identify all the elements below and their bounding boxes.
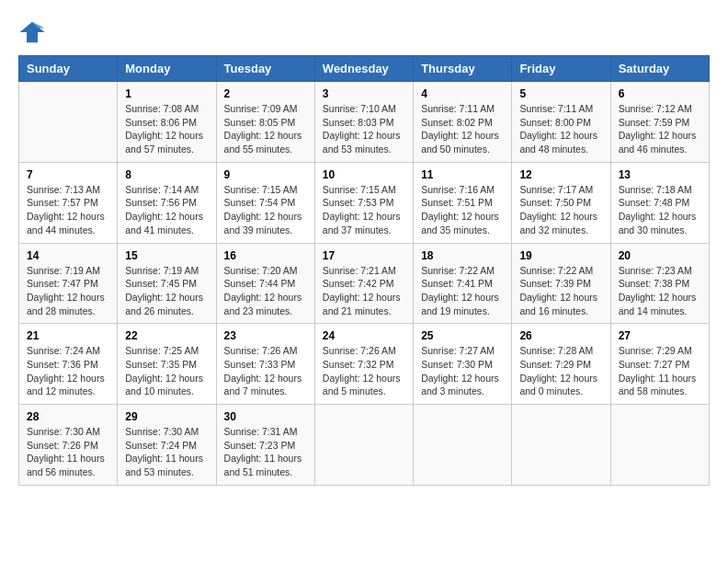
day-info: Sunrise: 7:24 AMSunset: 7:36 PMDaylight:… — [27, 344, 109, 398]
calendar-cell: 19Sunrise: 7:22 AMSunset: 7:39 PMDayligh… — [512, 243, 610, 324]
day-number: 19 — [519, 249, 602, 262]
calendar-cell — [19, 82, 118, 163]
day-info: Sunrise: 7:26 AMSunset: 7:32 PMDaylight:… — [323, 344, 405, 398]
calendar-cell: 17Sunrise: 7:21 AMSunset: 7:42 PMDayligh… — [314, 243, 413, 324]
calendar-table: SundayMondayTuesdayWednesdayThursdayFrid… — [18, 55, 710, 486]
day-info: Sunrise: 7:31 AMSunset: 7:23 PMDaylight:… — [224, 425, 307, 479]
day-info: Sunrise: 7:10 AMSunset: 8:03 PMDaylight:… — [323, 102, 405, 156]
calendar-cell — [414, 405, 512, 486]
calendar-cell: 16Sunrise: 7:20 AMSunset: 7:44 PMDayligh… — [216, 243, 314, 324]
calendar-cell: 14Sunrise: 7:19 AMSunset: 7:47 PMDayligh… — [19, 243, 118, 324]
calendar-cell: 15Sunrise: 7:19 AMSunset: 7:45 PMDayligh… — [118, 243, 216, 324]
day-number: 20 — [619, 249, 701, 262]
calendar-cell: 13Sunrise: 7:18 AMSunset: 7:48 PMDayligh… — [610, 162, 709, 243]
day-info: Sunrise: 7:11 AMSunset: 8:02 PMDaylight:… — [421, 102, 504, 156]
day-number: 7 — [27, 168, 109, 181]
calendar-cell — [512, 405, 610, 486]
svg-marker-0 — [20, 22, 45, 43]
calendar-week-5: 28Sunrise: 7:30 AMSunset: 7:26 PMDayligh… — [19, 405, 710, 486]
day-number: 18 — [421, 249, 504, 262]
day-number: 17 — [323, 249, 405, 262]
day-number: 22 — [125, 329, 208, 342]
calendar-cell: 11Sunrise: 7:16 AMSunset: 7:51 PMDayligh… — [414, 162, 512, 243]
calendar-week-4: 21Sunrise: 7:24 AMSunset: 7:36 PMDayligh… — [19, 324, 710, 405]
calendar-week-3: 14Sunrise: 7:19 AMSunset: 7:47 PMDayligh… — [19, 243, 710, 324]
calendar-cell: 5Sunrise: 7:11 AMSunset: 8:00 PMDaylight… — [512, 82, 610, 163]
day-number: 12 — [519, 168, 602, 181]
day-info: Sunrise: 7:22 AMSunset: 7:39 PMDaylight:… — [519, 264, 602, 318]
calendar-cell: 23Sunrise: 7:26 AMSunset: 7:33 PMDayligh… — [216, 324, 314, 405]
day-info: Sunrise: 7:16 AMSunset: 7:51 PMDaylight:… — [421, 183, 504, 237]
day-info: Sunrise: 7:09 AMSunset: 8:05 PMDaylight:… — [224, 102, 307, 156]
day-info: Sunrise: 7:20 AMSunset: 7:44 PMDaylight:… — [224, 264, 307, 318]
calendar-cell: 3Sunrise: 7:10 AMSunset: 8:03 PMDaylight… — [314, 82, 413, 163]
day-info: Sunrise: 7:25 AMSunset: 7:35 PMDaylight:… — [125, 344, 208, 398]
day-number: 27 — [619, 329, 701, 342]
day-number: 24 — [323, 329, 405, 342]
day-number: 14 — [27, 249, 109, 262]
day-info: Sunrise: 7:29 AMSunset: 7:27 PMDaylight:… — [619, 344, 701, 398]
day-number: 5 — [519, 87, 602, 100]
calendar-cell: 28Sunrise: 7:30 AMSunset: 7:26 PMDayligh… — [19, 405, 118, 486]
day-info: Sunrise: 7:28 AMSunset: 7:29 PMDaylight:… — [519, 344, 602, 398]
calendar-header-row: SundayMondayTuesdayWednesdayThursdayFrid… — [19, 56, 710, 82]
day-info: Sunrise: 7:19 AMSunset: 7:45 PMDaylight:… — [125, 264, 208, 318]
day-info: Sunrise: 7:30 AMSunset: 7:24 PMDaylight:… — [125, 425, 208, 479]
day-info: Sunrise: 7:22 AMSunset: 7:41 PMDaylight:… — [421, 264, 504, 318]
calendar-cell: 9Sunrise: 7:15 AMSunset: 7:54 PMDaylight… — [216, 162, 314, 243]
logo-icon — [18, 18, 46, 46]
day-info: Sunrise: 7:12 AMSunset: 7:59 PMDaylight:… — [619, 102, 701, 156]
day-number: 11 — [421, 168, 504, 181]
day-number: 16 — [224, 249, 307, 262]
day-info: Sunrise: 7:23 AMSunset: 7:38 PMDaylight:… — [619, 264, 701, 318]
day-number: 4 — [421, 87, 504, 100]
calendar-cell: 25Sunrise: 7:27 AMSunset: 7:30 PMDayligh… — [414, 324, 512, 405]
calendar-cell: 6Sunrise: 7:12 AMSunset: 7:59 PMDaylight… — [610, 82, 709, 163]
day-info: Sunrise: 7:27 AMSunset: 7:30 PMDaylight:… — [421, 344, 504, 398]
calendar-cell: 10Sunrise: 7:15 AMSunset: 7:53 PMDayligh… — [314, 162, 413, 243]
day-info: Sunrise: 7:15 AMSunset: 7:54 PMDaylight:… — [224, 183, 307, 237]
calendar-cell: 8Sunrise: 7:14 AMSunset: 7:56 PMDaylight… — [118, 162, 216, 243]
day-info: Sunrise: 7:14 AMSunset: 7:56 PMDaylight:… — [125, 183, 208, 237]
calendar-cell: 26Sunrise: 7:28 AMSunset: 7:29 PMDayligh… — [512, 324, 610, 405]
calendar-cell: 22Sunrise: 7:25 AMSunset: 7:35 PMDayligh… — [118, 324, 216, 405]
day-number: 3 — [323, 87, 405, 100]
day-number: 6 — [619, 87, 701, 100]
calendar-week-1: 1Sunrise: 7:08 AMSunset: 8:06 PMDaylight… — [19, 82, 710, 163]
calendar-cell: 29Sunrise: 7:30 AMSunset: 7:24 PMDayligh… — [118, 405, 216, 486]
day-info: Sunrise: 7:30 AMSunset: 7:26 PMDaylight:… — [27, 425, 109, 479]
calendar-cell: 4Sunrise: 7:11 AMSunset: 8:02 PMDaylight… — [414, 82, 512, 163]
day-number: 30 — [224, 410, 307, 423]
calendar-cell: 27Sunrise: 7:29 AMSunset: 7:27 PMDayligh… — [610, 324, 709, 405]
day-info: Sunrise: 7:11 AMSunset: 8:00 PMDaylight:… — [519, 102, 602, 156]
calendar-cell: 18Sunrise: 7:22 AMSunset: 7:41 PMDayligh… — [414, 243, 512, 324]
header-sunday: Sunday — [19, 56, 118, 82]
day-number: 13 — [619, 168, 701, 181]
calendar-cell: 2Sunrise: 7:09 AMSunset: 8:05 PMDaylight… — [216, 82, 314, 163]
day-number: 1 — [125, 87, 208, 100]
calendar-cell: 12Sunrise: 7:17 AMSunset: 7:50 PMDayligh… — [512, 162, 610, 243]
day-number: 28 — [27, 410, 109, 423]
day-info: Sunrise: 7:13 AMSunset: 7:57 PMDaylight:… — [27, 183, 109, 237]
day-info: Sunrise: 7:17 AMSunset: 7:50 PMDaylight:… — [519, 183, 602, 237]
calendar-cell: 20Sunrise: 7:23 AMSunset: 7:38 PMDayligh… — [610, 243, 709, 324]
calendar-cell: 7Sunrise: 7:13 AMSunset: 7:57 PMDaylight… — [19, 162, 118, 243]
day-number: 29 — [125, 410, 208, 423]
header-tuesday: Tuesday — [216, 56, 314, 82]
day-number: 23 — [224, 329, 307, 342]
calendar-cell — [314, 405, 413, 486]
header-saturday: Saturday — [610, 56, 709, 82]
day-number: 2 — [224, 87, 307, 100]
day-info: Sunrise: 7:15 AMSunset: 7:53 PMDaylight:… — [323, 183, 405, 237]
logo — [18, 18, 50, 46]
header-wednesday: Wednesday — [314, 56, 413, 82]
header-thursday: Thursday — [414, 56, 512, 82]
calendar-cell: 21Sunrise: 7:24 AMSunset: 7:36 PMDayligh… — [19, 324, 118, 405]
day-info: Sunrise: 7:18 AMSunset: 7:48 PMDaylight:… — [619, 183, 701, 237]
calendar-week-2: 7Sunrise: 7:13 AMSunset: 7:57 PMDaylight… — [19, 162, 710, 243]
day-number: 9 — [224, 168, 307, 181]
day-number: 10 — [323, 168, 405, 181]
header-monday: Monday — [118, 56, 216, 82]
header — [18, 18, 710, 46]
day-number: 25 — [421, 329, 504, 342]
